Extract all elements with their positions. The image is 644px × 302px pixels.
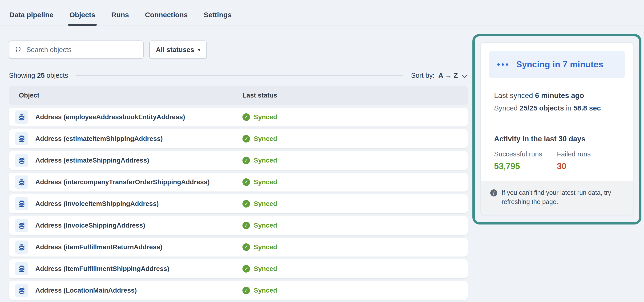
database-icon — [15, 284, 28, 297]
tab-bar: Data pipeline Objects Runs Connections S… — [0, 0, 644, 26]
status-cell: ✓ Synced — [242, 265, 277, 272]
check-circle-icon: ✓ — [242, 287, 250, 294]
check-circle-icon: ✓ — [242, 243, 250, 251]
sync-status-card: Syncing in 7 minutes Last synced 6 minut… — [480, 42, 634, 215]
status-label: Synced — [254, 157, 277, 164]
status-label: Synced — [254, 135, 277, 143]
status-cell: ✓ Synced — [242, 113, 277, 121]
last-synced-text: Last synced 6 minutes ago — [494, 91, 620, 100]
check-circle-icon: ✓ — [242, 157, 250, 164]
database-icon — [15, 262, 28, 275]
database-icon — [15, 132, 28, 145]
status-cell: ✓ Synced — [242, 287, 277, 294]
objects-main: All statuses ▾ Showing 25 objects Sort b… — [9, 26, 468, 300]
failed-runs-label: Failed runs — [557, 150, 620, 158]
last-synced-value: 6 minutes ago — [535, 91, 584, 100]
column-header-last-status: Last status — [242, 92, 277, 99]
check-circle-icon: ✓ — [242, 200, 250, 207]
status-cell: ✓ Synced — [242, 222, 277, 229]
sync-summary-text: Synced 25/25 objects in 58.8 sec — [494, 104, 620, 112]
object-name: Address (InvoiceShippingAddress) — [35, 222, 145, 229]
status-filter-label: All statuses — [156, 46, 194, 54]
status-label: Synced — [254, 287, 277, 294]
successful-runs-label: Successful runs — [494, 150, 557, 158]
column-header-object: Object — [19, 92, 242, 99]
successful-runs-stat: Successful runs 53,795 — [494, 150, 557, 171]
table-row[interactable]: Address (itemFulfillmentShippingAddress)… — [9, 259, 468, 278]
check-circle-icon: ✓ — [242, 265, 250, 272]
panel-divider — [494, 124, 620, 124]
sync-status-annotation-highlight: Syncing in 7 minutes Last synced 6 minut… — [472, 34, 642, 224]
check-circle-icon: ✓ — [242, 113, 250, 121]
table-row[interactable]: Address (InvoiceItemShippingAddress) ✓ S… — [9, 194, 468, 213]
object-list: Address (employeeAddressbookEntityAddres… — [9, 108, 468, 300]
tab-data-pipeline[interactable]: Data pipeline — [9, 0, 54, 25]
failed-runs-value: 30 — [557, 161, 620, 171]
status-cell: ✓ Synced — [242, 135, 277, 143]
syncing-countdown-title: Syncing in 7 minutes — [516, 60, 603, 70]
table-row[interactable]: Address (estimateItemShippingAddress) ✓ … — [9, 129, 468, 148]
status-label: Synced — [254, 265, 277, 272]
status-label: Synced — [254, 222, 277, 229]
check-circle-icon: ✓ — [242, 178, 250, 186]
synced-objects-count: 25/25 objects — [520, 104, 564, 112]
tab-settings[interactable]: Settings — [203, 0, 232, 25]
status-cell: ✓ Synced — [242, 243, 277, 251]
object-name: Address (itemFulfillmentShippingAddress) — [35, 265, 169, 272]
object-name: Address (InvoiceItemShippingAddress) — [35, 200, 159, 207]
object-name: Address (itemFulfillmentReturnAddress) — [35, 243, 162, 251]
check-circle-icon: ✓ — [242, 222, 250, 229]
object-name: Address (estimateItemShippingAddress) — [35, 135, 163, 143]
info-icon: i — [490, 189, 497, 196]
ellipsis-icon — [497, 63, 510, 66]
sort-dropdown[interactable]: Sort by: A → Z — [411, 72, 468, 79]
status-cell: ✓ Synced — [242, 157, 277, 164]
showing-count-text: Showing 25 objects — [9, 72, 68, 79]
status-cell: ✓ Synced — [242, 200, 277, 207]
tab-runs[interactable]: Runs — [111, 0, 130, 25]
database-icon — [15, 175, 28, 189]
search-icon — [14, 46, 22, 54]
refresh-hint-note: i If you can’t find your latest run data… — [481, 181, 633, 215]
database-icon — [15, 219, 28, 232]
object-name: Address (employeeAddressbookEntityAddres… — [35, 113, 185, 121]
failed-runs-stat: Failed runs 30 — [557, 150, 620, 171]
object-count: 25 — [37, 72, 44, 79]
refresh-hint-text: If you can’t find your latest run data, … — [502, 188, 624, 207]
chevron-down-icon — [462, 75, 468, 78]
table-row[interactable]: Address (itemFulfillmentReturnAddress) ✓… — [9, 238, 468, 256]
search-box[interactable] — [9, 41, 144, 59]
status-cell: ✓ Synced — [242, 178, 277, 186]
table-row[interactable]: Address (InvoiceShippingAddress) ✓ Synce… — [9, 216, 468, 235]
database-icon — [15, 240, 28, 254]
table-row[interactable]: Address (intercompanyTransferOrderShippi… — [9, 173, 468, 191]
database-icon — [15, 111, 28, 124]
status-label: Synced — [254, 178, 277, 186]
sort-label: Sort by: — [411, 72, 434, 79]
tab-objects[interactable]: Objects — [69, 0, 96, 25]
table-row[interactable]: Address (LocationMainAddress) ✓ Synced — [9, 281, 468, 300]
table-row[interactable]: Address (estimateShippingAddress) ✓ Sync… — [9, 151, 468, 170]
database-icon — [15, 154, 28, 167]
table-header: Object Last status — [9, 86, 468, 105]
status-label: Synced — [254, 113, 277, 121]
tab-connections[interactable]: Connections — [144, 0, 188, 25]
object-name: Address (estimateShippingAddress) — [35, 157, 149, 164]
database-icon — [15, 197, 28, 210]
object-name: Address (intercompanyTransferOrderShippi… — [35, 178, 210, 186]
table-row[interactable]: Address (employeeAddressbookEntityAddres… — [9, 108, 468, 127]
sort-value: A → Z — [438, 72, 458, 79]
status-label: Synced — [254, 243, 277, 251]
meta-divider-line — [76, 75, 403, 76]
object-name: Address (LocationMainAddress) — [35, 287, 137, 294]
search-input[interactable] — [26, 46, 138, 54]
syncing-banner: Syncing in 7 minutes — [489, 51, 625, 78]
activity-heading: Activity in the last 30 days — [494, 135, 620, 143]
sync-duration: 58.8 sec — [574, 104, 601, 112]
caret-down-icon: ▾ — [198, 47, 200, 52]
status-filter-dropdown[interactable]: All statuses ▾ — [149, 41, 207, 59]
check-circle-icon: ✓ — [242, 135, 250, 143]
successful-runs-value: 53,795 — [494, 161, 557, 171]
status-label: Synced — [254, 200, 277, 207]
